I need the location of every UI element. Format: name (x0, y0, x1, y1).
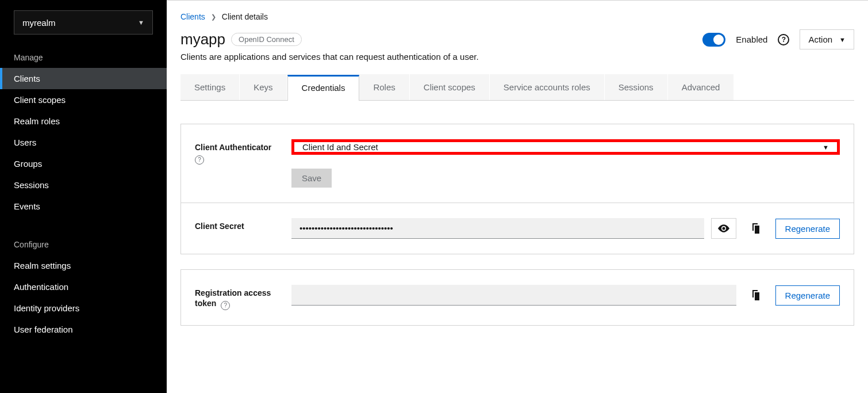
sidebar-item-client-scopes[interactable]: Client scopes (0, 89, 167, 110)
client-authenticator-select[interactable]: Client Id and Secret ▼ (291, 139, 840, 155)
copy-token-button[interactable] (743, 285, 769, 306)
registration-token-input[interactable] (291, 285, 736, 306)
help-icon[interactable]: ? (195, 155, 204, 165)
sidebar-item-users[interactable]: Users (0, 132, 167, 153)
tabs: Settings Keys Credentials Roles Client s… (180, 74, 854, 101)
page-subtitle: Clients are applications and services th… (180, 52, 854, 62)
breadcrumb-root[interactable]: Clients (180, 12, 205, 21)
sidebar-item-realm-settings[interactable]: Realm settings (0, 255, 167, 276)
copy-icon (751, 223, 761, 234)
sidebar-item-sessions[interactable]: Sessions (0, 174, 167, 196)
chevron-down-icon: ▼ (138, 19, 144, 26)
sidebar-section-manage: Manage (0, 45, 167, 68)
realm-selector[interactable]: myrealm ▼ (14, 10, 153, 35)
sidebar-item-realm-roles[interactable]: Realm roles (0, 110, 167, 132)
sidebar-section-configure: Configure (0, 232, 167, 255)
sidebar-item-identity-providers[interactable]: Identity providers (0, 297, 167, 319)
tab-credentials[interactable]: Credentials (287, 75, 360, 101)
registration-token-label: Registration access token ? (195, 285, 291, 310)
regenerate-token-button[interactable]: Regenerate (775, 285, 840, 306)
eye-icon (718, 224, 729, 232)
reveal-secret-button[interactable] (711, 218, 736, 239)
protocol-badge: OpenID Connect (231, 33, 302, 46)
sidebar-item-authentication[interactable]: Authentication (0, 276, 167, 297)
client-secret-label: Client Secret (195, 218, 291, 239)
copy-icon (751, 290, 761, 300)
regenerate-secret-button[interactable]: Regenerate (775, 219, 840, 239)
client-authenticator-value: Client Id and Secret (302, 142, 378, 152)
enabled-label: Enabled (736, 35, 767, 44)
help-icon[interactable]: ? (778, 34, 789, 45)
page-title: myapp (180, 30, 225, 48)
chevron-right-icon: ❯ (211, 13, 216, 21)
chevron-down-icon: ▼ (839, 36, 846, 43)
tab-roles[interactable]: Roles (359, 74, 409, 100)
tab-keys[interactable]: Keys (240, 74, 287, 100)
breadcrumb-current: Client details (222, 12, 268, 21)
tab-service-accounts-roles[interactable]: Service accounts roles (490, 74, 605, 100)
sidebar-item-events[interactable]: Events (0, 196, 167, 217)
page-header: myapp OpenID Connect Enabled ? Action ▼ (180, 29, 854, 49)
main-content: Clients ❯ Client details myapp OpenID Co… (167, 0, 868, 393)
sidebar-item-groups[interactable]: Groups (0, 153, 167, 174)
enabled-toggle[interactable] (702, 33, 725, 47)
tab-advanced[interactable]: Advanced (668, 74, 735, 100)
realm-selected-value: myrealm (22, 18, 56, 28)
sidebar-item-user-federation[interactable]: User federation (0, 319, 167, 340)
breadcrumb: Clients ❯ Client details (180, 12, 854, 21)
help-icon[interactable]: ? (221, 301, 230, 310)
client-authenticator-label: Client Authenticator ? (195, 139, 291, 188)
panel-authenticator: Client Authenticator ? Client Id and Sec… (180, 124, 854, 254)
panel-registration-token: Registration access token ? Regenerate (180, 269, 854, 326)
client-secret-input[interactable] (291, 218, 704, 239)
save-button[interactable]: Save (291, 169, 332, 188)
action-label: Action (808, 35, 832, 44)
tab-sessions[interactable]: Sessions (605, 74, 668, 100)
copy-secret-button[interactable] (743, 218, 769, 239)
tab-client-scopes[interactable]: Client scopes (410, 74, 490, 100)
sidebar: myrealm ▼ Manage Clients Client scopes R… (0, 0, 167, 393)
action-dropdown[interactable]: Action ▼ (800, 29, 854, 49)
tab-settings[interactable]: Settings (180, 74, 240, 100)
chevron-down-icon: ▼ (823, 144, 829, 151)
sidebar-item-clients[interactable]: Clients (0, 68, 167, 89)
